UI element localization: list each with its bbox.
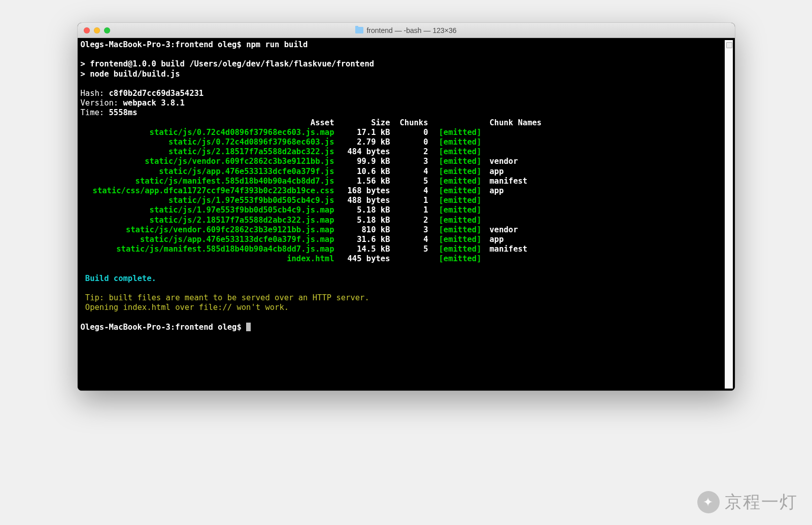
asset-row: static/js/2.18517f7a5588d2abc322.js484 b…	[81, 147, 725, 157]
chat-icon: ✦	[697, 491, 720, 513]
emitted-cell: [emitted]	[428, 225, 482, 235]
chunk-names-cell: app	[482, 186, 504, 196]
emitted-cell: [emitted]	[428, 254, 482, 264]
chunks-cell: 2	[390, 216, 428, 225]
terminal-content[interactable]: Olegs-MacBook-Pro-3:frontend oleg$ npm r…	[81, 40, 725, 389]
size-cell: 5.18 kB	[334, 205, 390, 215]
asset-row: static/js/2.18517f7a5588d2abc322.js.map5…	[81, 216, 725, 225]
asset-cell: index.html	[81, 254, 334, 264]
emitted-cell: [emitted]	[428, 196, 482, 205]
emitted-cell: [emitted]	[428, 186, 482, 196]
size-cell: 2.79 kB	[334, 137, 390, 147]
asset-cell: static/css/app.dfca11727ccf9e74f393b0c22…	[81, 186, 334, 196]
terminal-body[interactable]: Olegs-MacBook-Pro-3:frontend oleg$ npm r…	[78, 38, 735, 391]
chunk-names-cell: manifest	[482, 244, 528, 254]
emitted-cell: [emitted]	[428, 128, 482, 137]
emitted-cell: [emitted]	[428, 244, 482, 254]
chunk-names-cell: app	[482, 235, 504, 244]
folder-icon	[355, 27, 363, 33]
asset-row: static/js/vendor.609fc2862c3b3e9121bb.js…	[81, 157, 725, 166]
size-cell: 10.6 kB	[334, 167, 390, 177]
tip-line: Tip: built files are meant to be served …	[81, 293, 369, 302]
asset-cell: static/js/vendor.609fc2862c3b3e9121bb.js	[81, 157, 334, 166]
close-button[interactable]	[84, 27, 90, 33]
size-cell: 810 kB	[334, 225, 390, 235]
asset-row: static/css/app.dfca11727ccf9e74f393b0c22…	[81, 186, 725, 196]
asset-cell: static/js/app.476e533133dcfe0a379f.js	[81, 167, 334, 177]
size-cell: 445 bytes	[334, 254, 390, 264]
size-cell: 488 bytes	[334, 196, 390, 205]
emitted-cell: [emitted]	[428, 216, 482, 225]
scrollbar[interactable]	[725, 40, 733, 389]
version-value: webpack 3.8.1	[123, 98, 185, 108]
terminal-window: frontend — -bash — 123×36 Olegs-MacBook-…	[78, 23, 735, 391]
version-label: Version:	[81, 98, 123, 108]
watermark-text: 京程一灯	[725, 491, 798, 514]
asset-row: static/js/vendor.609fc2862c3b3e9121bb.js…	[81, 225, 725, 235]
asset-row: index.html445 bytes[emitted]	[81, 254, 725, 264]
emitted-cell: [emitted]	[428, 147, 482, 157]
chunks-cell: 3	[390, 225, 428, 235]
size-cell: 14.5 kB	[334, 244, 390, 254]
chunks-cell: 3	[390, 157, 428, 166]
asset-cell: static/js/1.97e553f9bb0d505cb4c9.js	[81, 196, 334, 205]
hash-label: Hash:	[81, 89, 109, 98]
asset-row: static/js/app.476e533133dcfe0a379f.js10.…	[81, 167, 725, 177]
asset-row: static/js/0.72c4d0896f37968ec603.js.map1…	[81, 128, 725, 137]
asset-cell: static/js/2.18517f7a5588d2abc322.js	[81, 147, 334, 157]
header-size: Size	[334, 118, 390, 128]
shell-prompt: Olegs-MacBook-Pro-3:frontend oleg$	[81, 323, 247, 332]
size-cell: 31.6 kB	[334, 235, 390, 244]
chunks-cell: 5	[390, 177, 428, 186]
titlebar: frontend — -bash — 123×36	[78, 23, 735, 38]
command-entered: npm run build	[246, 40, 308, 49]
asset-table: static/js/0.72c4d0896f37968ec603.js.map1…	[81, 128, 725, 264]
size-cell: 99.9 kB	[334, 157, 390, 166]
chunk-names-cell: vendor	[482, 225, 518, 235]
header-chunk-names: Chunk Names	[482, 118, 542, 128]
emitted-cell: [emitted]	[428, 177, 482, 186]
asset-row: static/js/manifest.585d18b40b90a4cb8dd7.…	[81, 244, 725, 254]
tip-line: Opening index.html over file:// won't wo…	[81, 303, 289, 312]
size-cell: 168 bytes	[334, 186, 390, 196]
chunks-cell: 4	[390, 167, 428, 177]
size-cell: 1.56 kB	[334, 177, 390, 186]
asset-row: static/js/1.97e553f9bb0d505cb4c9.js.map5…	[81, 205, 725, 215]
npm-output-line: > node build/build.js	[81, 69, 180, 79]
chunks-cell: 5	[390, 244, 428, 254]
asset-cell: static/js/manifest.585d18b40b90a4cb8dd7.…	[81, 177, 334, 186]
chunk-names-cell: app	[482, 167, 504, 177]
shell-prompt: Olegs-MacBook-Pro-3:frontend oleg$	[81, 40, 247, 49]
emitted-cell: [emitted]	[428, 167, 482, 177]
time-label: Time:	[81, 108, 109, 117]
chunk-names-cell: manifest	[482, 177, 528, 186]
asset-cell: static/js/vendor.609fc2862c3b3e9121bb.js…	[81, 225, 334, 235]
asset-row: static/js/app.476e533133dcfe0a379f.js.ma…	[81, 235, 725, 244]
asset-cell: static/js/manifest.585d18b40b90a4cb8dd7.…	[81, 244, 334, 254]
emitted-cell: [emitted]	[428, 137, 482, 147]
chunks-cell: 1	[390, 205, 428, 215]
asset-cell: static/js/app.476e533133dcfe0a379f.js.ma…	[81, 235, 334, 244]
asset-cell: static/js/0.72c4d0896f37968ec603.js.map	[81, 128, 334, 137]
asset-cell: static/js/1.97e553f9bb0d505cb4c9.js.map	[81, 205, 334, 215]
asset-cell: static/js/0.72c4d0896f37968ec603.js	[81, 137, 334, 147]
minimize-button[interactable]	[94, 27, 100, 33]
emitted-cell: [emitted]	[428, 235, 482, 244]
header-asset: Asset	[81, 118, 334, 128]
chunk-names-cell: vendor	[482, 157, 518, 166]
build-complete-msg: Build complete.	[81, 274, 156, 283]
size-cell: 484 bytes	[334, 147, 390, 157]
asset-cell: static/js/2.18517f7a5588d2abc322.js.map	[81, 216, 334, 225]
window-title: frontend — -bash — 123×36	[78, 26, 735, 34]
zoom-button[interactable]	[104, 27, 110, 33]
header-chunks: Chunks	[390, 118, 428, 128]
time-value: 5558ms	[109, 108, 138, 117]
asset-row: static/js/1.97e553f9bb0d505cb4c9.js488 b…	[81, 196, 725, 205]
emitted-cell: [emitted]	[428, 157, 482, 166]
chunks-cell: 4	[390, 235, 428, 244]
size-cell: 5.18 kB	[334, 216, 390, 225]
chunks-cell: 2	[390, 147, 428, 157]
traffic-lights	[84, 27, 110, 33]
chunks-cell: 0	[390, 128, 428, 137]
emitted-cell: [emitted]	[428, 205, 482, 215]
